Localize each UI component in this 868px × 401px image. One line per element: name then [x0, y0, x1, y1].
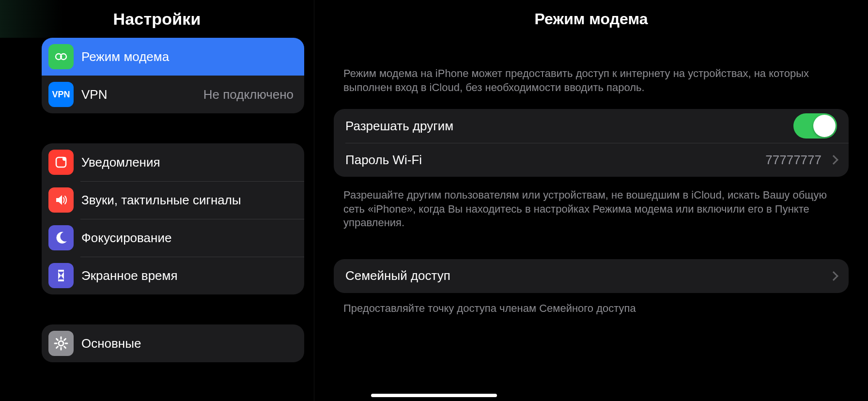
- general-icon: [48, 331, 74, 356]
- sidebar-item-label: Режим модема: [81, 49, 294, 64]
- notifications-icon: [48, 150, 74, 175]
- settings-group-family: Семейный доступ: [334, 259, 849, 293]
- sidebar-item-label: Основные: [81, 336, 294, 351]
- sidebar-group-general: Основные: [42, 324, 304, 362]
- sidebar-item-notifications[interactable]: Уведомления: [42, 143, 304, 181]
- settings-group-sharing: Разрешать другим Пароль Wi-Fi 77777777: [334, 109, 849, 177]
- sidebar-header: Настройки: [0, 0, 314, 38]
- row-label: Семейный доступ: [345, 268, 826, 283]
- sidebar-item-focus[interactable]: Фокусирование: [42, 219, 304, 257]
- sidebar-title: Настройки: [113, 10, 201, 29]
- chevron-right-icon: [829, 155, 838, 165]
- svg-line-12: [64, 339, 66, 340]
- svg-point-3: [62, 157, 66, 161]
- svg-point-4: [59, 341, 63, 346]
- sidebar-item-label: Экранное время: [81, 268, 294, 283]
- detail-pane: Режим модема Режим модема на iPhone може…: [314, 0, 868, 401]
- sounds-icon: [48, 187, 74, 213]
- svg-line-10: [64, 347, 66, 348]
- family-footnote: Предоставляйте точку доступа членам Семе…: [334, 302, 849, 316]
- sidebar-item-sounds[interactable]: Звуки, тактильные сигналы: [42, 181, 304, 219]
- sidebar: Настройки Режим модема VPN VPN Не подклю…: [0, 0, 314, 401]
- page-title: Режим модема: [535, 10, 648, 28]
- sidebar-item-label: Звуки, тактильные сигналы: [81, 193, 294, 208]
- sidebar-item-vpn[interactable]: VPN VPN Не подключено: [42, 76, 304, 113]
- sidebar-item-general[interactable]: Основные: [42, 324, 304, 362]
- home-indicator[interactable]: [371, 394, 497, 397]
- vpn-icon: VPN: [48, 82, 74, 107]
- chevron-right-icon: [829, 271, 838, 281]
- wifi-password-value: 77777777: [765, 153, 822, 168]
- sidebar-scroll[interactable]: Режим модема VPN VPN Не подключено Уведо…: [0, 38, 314, 401]
- row-allow-others[interactable]: Разрешать другим: [334, 109, 849, 143]
- sidebar-item-label: Фокусирование: [81, 231, 294, 246]
- intro-text: Режим модема на iPhone может предоставит…: [334, 67, 849, 94]
- hotspot-icon: [48, 44, 74, 69]
- allow-others-switch[interactable]: [793, 113, 837, 139]
- sidebar-group-connectivity: Режим модема VPN VPN Не подключено: [42, 38, 304, 113]
- svg-line-9: [57, 339, 58, 340]
- svg-line-11: [57, 347, 58, 348]
- explain-text: Разрешайте другим пользователям или устр…: [334, 188, 849, 230]
- sidebar-item-label: VPN: [81, 87, 198, 102]
- screen-time-icon: [48, 263, 74, 288]
- sidebar-group-preferences: Уведомления Звуки, тактильные сигналы Фо…: [42, 143, 304, 294]
- sidebar-item-value: Не подключено: [203, 87, 294, 102]
- focus-icon: [48, 225, 74, 250]
- row-label: Пароль Wi-Fi: [345, 153, 765, 168]
- row-label: Разрешать другим: [345, 119, 793, 134]
- row-family-sharing[interactable]: Семейный доступ: [334, 259, 849, 293]
- row-wifi-password[interactable]: Пароль Wi-Fi 77777777: [334, 143, 849, 177]
- sidebar-item-label: Уведомления: [81, 155, 294, 170]
- sidebar-item-personal-hotspot[interactable]: Режим модема: [42, 38, 304, 76]
- sidebar-item-screen-time[interactable]: Экранное время: [42, 257, 304, 294]
- detail-header: Режим модема: [314, 0, 868, 38]
- detail-scroll[interactable]: Режим модема на iPhone может предоставит…: [314, 38, 868, 401]
